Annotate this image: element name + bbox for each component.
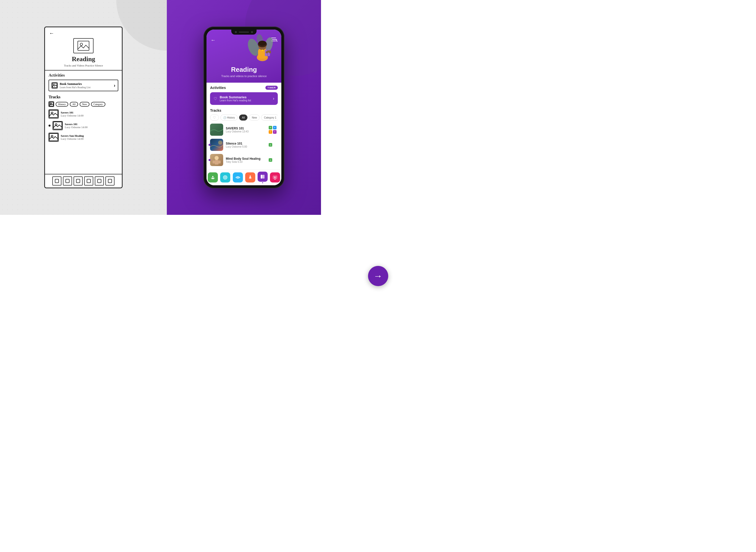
left-panel: ← Reading Tracks and Videos Practice Sil…	[0, 0, 167, 215]
track-item-3[interactable]: Mind Body Soul Healing Toby Sola 5:33 A	[210, 154, 278, 166]
wf-activities-title: Activities	[48, 73, 118, 78]
wf-new-dot-1	[48, 125, 50, 127]
nav-reading-button[interactable]	[258, 172, 268, 182]
phone-notch	[231, 29, 257, 35]
wf-nav-5[interactable]	[95, 176, 104, 185]
svg-point-41	[212, 176, 213, 177]
badge-blue-1: B	[273, 126, 277, 129]
clock-icon: 🕐	[223, 116, 226, 119]
chip-all[interactable]: All	[239, 115, 248, 121]
track-title-2: Silence 101	[226, 142, 266, 145]
app-body: Activities TIMER ♡ Book Summaries Learn …	[206, 83, 281, 169]
bsc-sub: Learn from Hal's reading list	[219, 99, 271, 102]
wf-chip-new[interactable]: New	[80, 102, 90, 107]
timer-badge[interactable]: TIMER	[265, 86, 278, 90]
svg-rect-38	[214, 160, 218, 164]
svg-point-28	[258, 41, 267, 47]
wf-filter-row: History All New Category	[48, 101, 118, 107]
svg-rect-17	[108, 179, 112, 183]
heart-icon: ♡	[213, 96, 217, 101]
svg-rect-0	[78, 41, 89, 50]
wf-track-sub-3: Lucy Osborne 14:00	[61, 137, 84, 140]
chip-new[interactable]: New	[249, 115, 260, 121]
notch-camera-2	[251, 31, 253, 33]
svg-point-3	[53, 84, 54, 85]
wf-subtitle: Tracks and Videos Practice Silence	[64, 64, 103, 67]
wf-chip-history[interactable]: History	[55, 102, 68, 107]
chip-heart[interactable]: ♡	[210, 115, 219, 121]
activities-row: Activities TIMER	[210, 86, 278, 90]
svg-point-44	[225, 177, 226, 178]
track-meta-1: Lucy Osborne 13:43	[226, 130, 266, 133]
track-meta-2: Lucy Osborne 5:00	[226, 145, 266, 148]
track-info-2: Silence 101 Lucy Osborne 5:00	[226, 142, 266, 148]
wf-track-title-3: Savers Sun Healing	[61, 134, 84, 137]
chip-category1[interactable]: Category 1	[261, 115, 278, 121]
phone-screen: ←	[206, 29, 281, 185]
tracks-label: Tracks	[210, 108, 221, 113]
svg-rect-8	[53, 122, 62, 129]
wf-track-row-3: Savers Sun Healing Lucy Osborne 14:00	[48, 133, 118, 142]
wf-nav-2[interactable]	[63, 176, 72, 185]
svg-rect-13	[66, 179, 69, 183]
wf-chip-category[interactable]: Category	[91, 102, 106, 107]
svg-point-1	[80, 43, 83, 46]
chip-history[interactable]: 🕐 History	[220, 115, 238, 121]
app-header: ←	[206, 29, 281, 83]
svg-point-5	[50, 103, 51, 104]
book-summary-card[interactable]: ♡ Book Summaries Learn from Hal's readin…	[210, 92, 278, 105]
wf-activity-row[interactable]: Book Summaries Learn from Hal's Reading …	[48, 80, 118, 91]
wf-content: Activities Book Summaries Learn from Hal…	[45, 71, 122, 174]
badge-purple-1: D	[273, 130, 277, 134]
svg-point-46	[237, 177, 238, 178]
wf-nav-3[interactable]	[73, 176, 83, 185]
wireframe-phone: ← Reading Tracks and Videos Practice Sil…	[44, 26, 123, 188]
nav-active-indicator	[262, 182, 263, 183]
right-panel: ←	[167, 0, 321, 215]
track-item-2[interactable]: Silence 101 Lucy Osborne 5:00 A	[210, 139, 278, 151]
wf-track-row-2: Savers 101 Lucy Osborne 14:00	[48, 121, 118, 130]
app-back-button[interactable]: ←	[210, 37, 215, 43]
wf-nav-6[interactable]	[106, 176, 115, 185]
nav-activity-button[interactable]	[245, 172, 255, 182]
wf-track-thumb-1	[48, 110, 59, 119]
wf-track-thumb-2	[52, 121, 63, 130]
wf-activity-sub: Learn from Hal's Reading List	[60, 86, 112, 89]
wf-track-sub-2: Lucy Osborne 14:00	[65, 126, 88, 129]
wf-track-sub-1: Lucy Osborne 14:00	[61, 114, 84, 117]
badge-green-3: A	[269, 158, 272, 162]
track-item-1[interactable]: SAVERS 101 Lucy Osborne 13:43 A B C D	[210, 124, 278, 136]
svg-rect-49	[263, 175, 265, 179]
svg-point-31	[262, 49, 263, 51]
svg-rect-16	[98, 179, 101, 183]
wf-chip-all[interactable]: All	[70, 102, 78, 107]
nav-media-button[interactable]	[270, 172, 280, 182]
badge-orange-1: C	[269, 130, 272, 134]
wf-nav-4[interactable]	[84, 176, 93, 185]
nav-goals-button[interactable]	[220, 172, 230, 182]
wf-nav-1[interactable]	[52, 176, 61, 185]
track-meta-3: Toby Sola 5:33	[226, 160, 266, 163]
wf-track-title-2: Savers 101	[65, 123, 88, 126]
nav-meditation-button[interactable]	[208, 172, 218, 182]
wf-back-arrow[interactable]: ←	[49, 30, 54, 36]
svg-rect-40	[218, 160, 221, 163]
wf-activity-text: Book Summaries Learn from Hal's Reading …	[60, 82, 112, 89]
wf-bottom-nav	[45, 174, 122, 187]
new-dot-2	[208, 144, 210, 146]
nav-eye-button[interactable]	[233, 172, 243, 182]
track-info-3: Mind Body Soul Healing Toby Sola 5:33	[226, 157, 266, 163]
wf-filter-icon[interactable]	[48, 101, 54, 107]
track-title-3: Mind Body Soul Healing	[226, 157, 266, 160]
app-bottom-nav	[206, 169, 281, 185]
svg-rect-33	[210, 132, 223, 136]
app-hero-title: Reading	[231, 66, 257, 74]
wf-track-info-3: Savers Sun Healing Lucy Osborne 14:00	[61, 134, 84, 140]
bsc-text: Book Summaries Learn from Hal's reading …	[219, 95, 271, 102]
track-title-1: SAVERS 101	[226, 127, 266, 130]
wf-track-title-1: Savers 101	[61, 111, 84, 114]
activities-label: Activities	[210, 86, 226, 90]
svg-rect-39	[212, 160, 214, 163]
wireframe-container: ← Reading Tracks and Videos Practice Sil…	[44, 26, 123, 188]
app-hero-subtitle: Tracks and videos to practice silence	[221, 75, 267, 78]
